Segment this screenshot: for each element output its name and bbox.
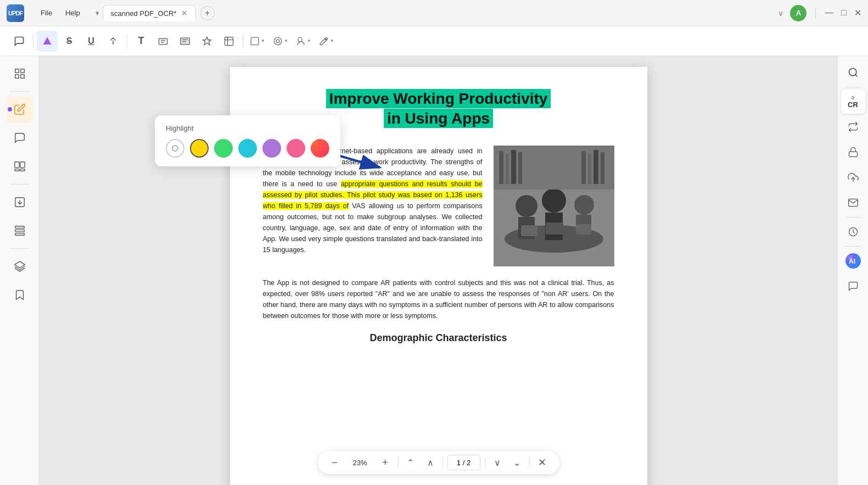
ocr-small-o: o (851, 95, 854, 101)
svg-rect-44 (576, 224, 591, 235)
titlebar: UPDF File Help ▼ scanned PDF_OCR* ✕ + ∨ … (0, 0, 868, 26)
color-swatch-green[interactable] (214, 139, 233, 158)
color-swatch-outline[interactable] (166, 139, 184, 158)
draw-tool-btn[interactable]: ▼ (270, 31, 292, 52)
svg-point-15 (276, 40, 279, 43)
color-swatch-purple[interactable] (262, 139, 281, 158)
last-page-btn[interactable]: ⌄ (509, 455, 525, 470)
svg-rect-5 (181, 38, 190, 44)
convert-right-btn[interactable] (841, 115, 865, 139)
svg-rect-50 (581, 151, 586, 184)
zoom-in-btn[interactable]: + (377, 454, 394, 471)
svg-marker-30 (14, 261, 24, 268)
pdf-section-title: Demographic Characteristics (263, 332, 614, 344)
edit-textbox-btn[interactable] (153, 31, 173, 52)
sidebar-layers-btn[interactable] (7, 253, 33, 280)
highlight-tool-btn[interactable] (37, 31, 58, 52)
ocr-btn[interactable]: o CR (841, 90, 865, 114)
help-menu[interactable]: Help (60, 7, 86, 19)
logo-icon: UPDF (7, 4, 24, 22)
tab-bar: ▼ scanned PDF_OCR* ✕ + (94, 5, 779, 21)
svg-rect-56 (849, 152, 857, 157)
svg-rect-2 (159, 38, 167, 44)
close-zoom-btn[interactable]: ✕ (534, 454, 551, 471)
strikethrough-tool-btn[interactable]: S (59, 31, 80, 52)
right-divider-2 (845, 217, 861, 218)
sidebar-organize-btn[interactable] (7, 218, 33, 244)
app-logo: UPDF (7, 4, 24, 22)
svg-rect-19 (15, 75, 18, 78)
svg-rect-27 (15, 226, 24, 228)
ai-btn[interactable]: AI (841, 249, 865, 273)
svg-rect-13 (251, 37, 259, 45)
titlebar-chevron-icon[interactable]: ∨ (778, 9, 783, 18)
svg-rect-43 (546, 222, 563, 235)
svg-rect-18 (20, 69, 24, 73)
sticker-tool-btn[interactable] (219, 31, 239, 52)
tab-dropdown-arrow[interactable]: ▼ (94, 10, 100, 16)
titlebar-right: ∨ A — □ ✕ (778, 5, 861, 21)
active-tab[interactable]: scanned PDF_OCR* ✕ (103, 5, 196, 21)
svg-rect-20 (20, 75, 24, 78)
content-area: Highlight (40, 56, 837, 485)
color-swatch-yellow[interactable] (190, 139, 209, 158)
color-swatch-pink[interactable] (287, 139, 305, 158)
svg-rect-21 (14, 162, 19, 168)
office-photo-bg (494, 146, 614, 266)
main-layout: Highlight (0, 56, 868, 485)
comment-tool-btn[interactable] (9, 31, 30, 52)
svg-rect-51 (588, 154, 591, 184)
svg-line-55 (855, 75, 857, 77)
svg-rect-46 (499, 151, 503, 184)
shape-tool-btn[interactable]: ▼ (247, 31, 268, 52)
svg-point-40 (574, 195, 594, 215)
sidebar-edit-btn[interactable] (7, 96, 33, 122)
first-page-btn[interactable]: ⌃ (403, 455, 418, 470)
color-swatch-red[interactable] (311, 139, 329, 158)
sidebar-divider-bot (10, 248, 30, 249)
close-btn[interactable]: ✕ (854, 8, 861, 18)
stamp-tool-btn[interactable] (197, 31, 217, 52)
zoom-out-btn[interactable]: − (327, 454, 343, 471)
lock-right-btn[interactable] (841, 140, 865, 164)
maximize-btn[interactable]: □ (841, 8, 847, 18)
email-right-btn[interactable] (841, 191, 865, 215)
color-swatches (166, 139, 329, 158)
pdf-image (494, 146, 614, 266)
signature-tool-btn[interactable]: ▼ (293, 31, 315, 52)
next-page-btn[interactable]: ∨ (490, 455, 505, 470)
svg-text:AI: AI (849, 258, 855, 265)
svg-point-54 (849, 69, 856, 76)
file-menu[interactable]: File (35, 7, 58, 19)
underline-tool-btn[interactable]: U (81, 31, 102, 52)
user-avatar[interactable]: A (790, 5, 807, 21)
search-right-btn[interactable] (841, 60, 865, 85)
svg-point-16 (298, 37, 303, 42)
svg-rect-23 (14, 169, 19, 171)
highlight-popup: Highlight (155, 115, 340, 166)
svg-marker-0 (43, 37, 52, 44)
sidebar-extract-btn[interactable] (7, 189, 33, 215)
svg-rect-22 (20, 162, 24, 168)
zoom-divider-2 (443, 457, 443, 468)
sidebar-thumbnail-btn[interactable] (7, 60, 33, 87)
sidebar-pages-btn[interactable] (7, 153, 33, 180)
history-right-btn[interactable] (841, 220, 865, 244)
sidebar-divider-top (10, 91, 30, 92)
pen-tool-btn[interactable]: ▼ (316, 31, 338, 52)
sidebar-comment-btn[interactable] (7, 125, 33, 151)
upload-right-btn[interactable] (841, 165, 865, 189)
active-indicator (8, 107, 12, 112)
minimize-btn[interactable]: — (825, 8, 833, 18)
text-insert-tool-btn[interactable] (103, 31, 124, 52)
page-input[interactable] (447, 455, 480, 470)
sidebar-bookmark-btn[interactable] (7, 282, 33, 308)
right-divider-1 (845, 87, 861, 87)
prev-page-btn[interactable]: ∧ (423, 455, 438, 470)
replace-text-btn[interactable] (175, 31, 195, 52)
textbox-tool-btn[interactable]: T (131, 31, 152, 52)
tab-close-btn[interactable]: ✕ (181, 9, 188, 18)
chat-right-btn[interactable] (841, 274, 865, 298)
new-tab-btn[interactable]: + (200, 6, 215, 20)
color-swatch-cyan[interactable] (238, 139, 257, 158)
